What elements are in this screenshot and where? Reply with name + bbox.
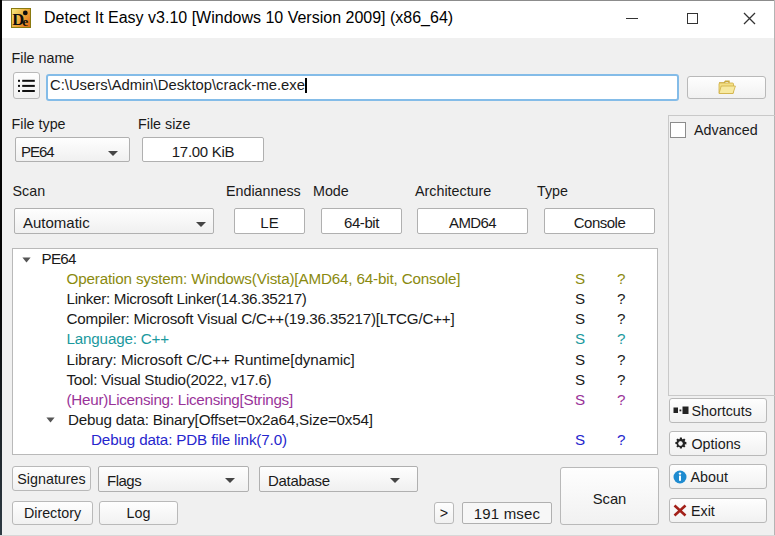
svg-text:e: e — [22, 14, 28, 28]
